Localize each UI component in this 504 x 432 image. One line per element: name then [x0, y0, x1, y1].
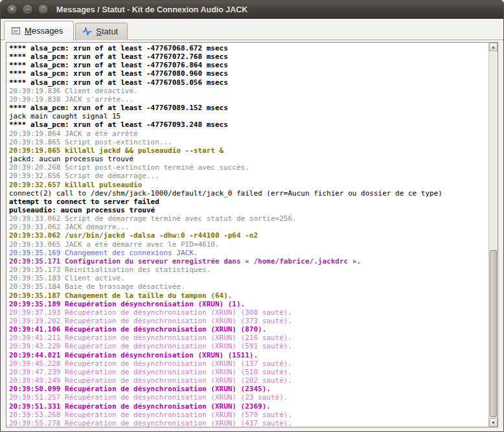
tab-statut-label: Statut: [96, 27, 118, 36]
log-line: 20:39:19.836 Client désactivé.: [9, 87, 488, 95]
tab-statut[interactable]: Statut: [75, 23, 128, 40]
log-line: 20:39:45.228 Récupération de désynchroni…: [9, 359, 488, 368]
log-line: 20:39:35.187 Changement de la taille du …: [9, 291, 488, 300]
minimize-button[interactable]: –: [22, 4, 33, 15]
log-line: 20:39:51.331 Récupération de désynchroni…: [9, 402, 488, 411]
log-line: 20:39:19.838 JACK s'arrête...: [9, 95, 488, 104]
log-line: 20:39:50.099 Récupération de désynchroni…: [9, 385, 488, 393]
log-line: 20:39:35.184 Baie de brassage désactivée…: [9, 282, 488, 291]
log-line: 20:39:33.062 Script de démarrage terminé…: [9, 214, 488, 223]
titlebar[interactable]: ✕ – □ Messages / Statut - Kit de Connexi…: [1, 1, 503, 19]
messages-log-frame: **** alsa_pcm: xrun of at least -4776706…: [6, 42, 498, 427]
scrollbar-thumb[interactable]: [490, 250, 497, 417]
log-line: 20:39:19.865 Script post-extinction...: [9, 138, 488, 146]
app-window: ✕ – □ Messages / Statut - Kit de Connexi…: [0, 0, 504, 432]
log-line: 20:39:41.211 Récupération de désynchroni…: [9, 334, 488, 342]
log-line: jackd: aucun processus trouvé: [9, 155, 488, 163]
messages-window-icon: [11, 26, 21, 36]
log-line: **** alsa_pcm: xrun of at least -4776709…: [9, 120, 488, 129]
log-line: connect(2) call to /dev/shm/jack-1000/de…: [9, 189, 488, 198]
tab-page-messages: **** alsa_pcm: xrun of at least -4776706…: [1, 40, 503, 431]
log-line: 20:39:35.169 Changement des connexions J…: [9, 249, 488, 257]
log-line: 20:39:35.189 Récupération désynchronisat…: [9, 300, 488, 308]
log-line: 20:39:33.062 JACK démarre...: [9, 223, 488, 231]
log-area[interactable]: **** alsa_pcm: xrun of at least -4776706…: [6, 43, 488, 427]
log-line: 20:39:20.268 Script post-extinction term…: [9, 163, 488, 172]
log-line: 20:39:49.249 Récupération de désynchroni…: [9, 376, 488, 385]
log-line: 20:39:44.821 Récupération désynchronisat…: [9, 351, 488, 359]
maximize-button[interactable]: □: [38, 4, 49, 15]
log-line: 20:39:35.173 Réinitialisation des statis…: [9, 266, 488, 274]
log-line: **** alsa_pcm: xrun of at least -4776708…: [9, 104, 488, 112]
log-line: attempt to connect to server failed: [9, 198, 488, 206]
close-button[interactable]: ✕: [6, 4, 17, 15]
log-line: 20:39:19.864 JACK a été arrêté: [9, 130, 488, 138]
tab-bar: Messages Statut: [1, 19, 503, 40]
vertical-scrollbar[interactable]: ▲ ▼: [488, 43, 498, 427]
log-line: **** alsa_pcm: xrun of at least -4776708…: [9, 78, 488, 87]
window-controls: ✕ – □: [6, 4, 49, 15]
log-line: 20:39:41.106 Récupération de désynchroni…: [9, 325, 488, 334]
window-title: Messages / Statut - Kit de Connexion Aud…: [56, 5, 247, 14]
log-line: 20:39:35.183 Client activé.: [9, 274, 488, 282]
log-line: 20:39:53.268 Récupération de désynchroni…: [9, 411, 488, 419]
log-line: 20:39:33.062 /usr/bin/jackd -dalsa -dhw:…: [9, 231, 488, 240]
tab-messages[interactable]: Messages: [4, 21, 74, 40]
log-line: 20:39:32.657 killall pulseaudio: [9, 181, 488, 189]
log-line: 20:39:35.171 Configuration du serveur en…: [9, 257, 488, 266]
log-line: jack main caught signal 15: [9, 112, 488, 120]
log-line: 20:39:32.656 Script de démarrage...: [9, 172, 488, 180]
tab-messages-label: Messages: [25, 26, 63, 36]
log-line: **** alsa_pcm: xrun of at least -4776708…: [9, 69, 488, 78]
log-line: **** alsa_pcm: xrun of at least -4776707…: [9, 52, 488, 61]
log-line: 20:39:39.202 Récupération de désynchroni…: [9, 317, 488, 325]
log-line: 20:39:43.220 Récupération de désynchroni…: [9, 342, 488, 350]
scroll-up-arrow-icon[interactable]: ▲: [489, 43, 498, 51]
log-line: 20:39:55.278 Récupération de désynchroni…: [9, 419, 488, 427]
scroll-down-arrow-icon[interactable]: ▼: [489, 418, 498, 427]
status-waveform-icon: [82, 27, 92, 36]
log-line: 20:39:47.239 Récupération de désynchroni…: [9, 368, 488, 376]
log-line: **** alsa_pcm: xrun of at least -4776706…: [9, 44, 488, 52]
log-line: 20:39:37.193 Récupération de désynchroni…: [9, 308, 488, 317]
log-line: 20:39:33.065 JACK a été démarré avec le …: [9, 240, 488, 249]
log-line: pulseaudio: aucun processus trouvé: [9, 206, 488, 214]
log-line: 20:39:19.865 killall jackd && pulseaudio…: [9, 146, 488, 155]
log-line: **** alsa_pcm: xrun of at least -4776707…: [9, 61, 488, 69]
log-line: 20:39:51.257 Récupération de désynchroni…: [9, 393, 488, 402]
